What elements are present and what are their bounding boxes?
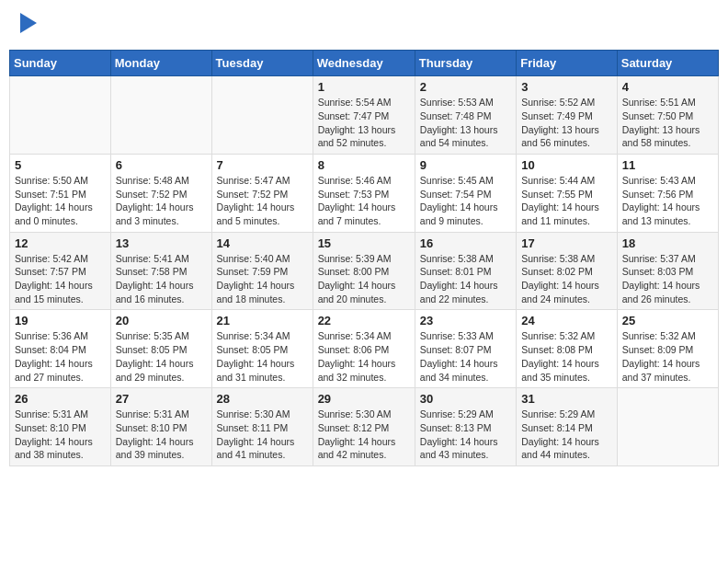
day-number: 23 xyxy=(420,314,511,327)
day-number: 14 xyxy=(217,236,308,250)
day-number: 27 xyxy=(116,392,207,406)
calendar-week-row: 19Sunrise: 5:36 AM Sunset: 8:04 PM Dayli… xyxy=(10,310,719,388)
calendar-cell: 27Sunrise: 5:31 AM Sunset: 8:10 PM Dayli… xyxy=(110,388,211,466)
calendar-cell: 3Sunrise: 5:52 AM Sunset: 7:49 PM Daylig… xyxy=(517,76,618,155)
calendar-cell: 7Sunrise: 5:47 AM Sunset: 7:52 PM Daylig… xyxy=(211,154,313,232)
day-info: Sunrise: 5:51 AM Sunset: 7:50 PM Dayligh… xyxy=(622,96,713,150)
calendar-cell: 11Sunrise: 5:43 AM Sunset: 7:56 PM Dayli… xyxy=(617,154,718,232)
day-number: 25 xyxy=(622,314,713,327)
weekday-header: Friday xyxy=(517,51,618,76)
calendar-cell: 16Sunrise: 5:38 AM Sunset: 8:01 PM Dayli… xyxy=(415,232,516,310)
calendar-cell: 18Sunrise: 5:37 AM Sunset: 8:03 PM Dayli… xyxy=(617,232,718,310)
calendar-cell xyxy=(110,76,211,155)
day-info: Sunrise: 5:35 AM Sunset: 8:05 PM Dayligh… xyxy=(116,329,207,384)
day-info: Sunrise: 5:39 AM Sunset: 8:00 PM Dayligh… xyxy=(318,252,410,306)
calendar-cell xyxy=(10,76,111,155)
day-info: Sunrise: 5:54 AM Sunset: 7:47 PM Dayligh… xyxy=(318,96,410,150)
calendar-cell: 8Sunrise: 5:46 AM Sunset: 7:53 PM Daylig… xyxy=(313,154,415,232)
day-info: Sunrise: 5:42 AM Sunset: 7:57 PM Dayligh… xyxy=(15,252,106,306)
weekday-header: Tuesday xyxy=(211,51,313,76)
day-info: Sunrise: 5:38 AM Sunset: 8:02 PM Dayligh… xyxy=(521,252,612,306)
calendar-cell: 5Sunrise: 5:50 AM Sunset: 7:51 PM Daylig… xyxy=(10,154,111,232)
day-info: Sunrise: 5:38 AM Sunset: 8:01 PM Dayligh… xyxy=(420,252,511,306)
day-number: 31 xyxy=(521,392,612,406)
weekday-header: Sunday xyxy=(10,51,111,76)
day-number: 30 xyxy=(420,392,511,406)
day-number: 4 xyxy=(622,80,713,94)
calendar-cell: 31Sunrise: 5:29 AM Sunset: 8:14 PM Dayli… xyxy=(517,388,618,466)
day-number: 22 xyxy=(318,314,410,327)
day-number: 3 xyxy=(521,80,612,94)
day-number: 15 xyxy=(318,236,410,250)
day-number: 1 xyxy=(318,80,410,94)
logo-icon xyxy=(20,13,37,33)
weekday-header: Saturday xyxy=(617,51,718,76)
svg-marker-0 xyxy=(20,13,37,33)
day-info: Sunrise: 5:34 AM Sunset: 8:06 PM Dayligh… xyxy=(318,329,410,384)
calendar-cell: 20Sunrise: 5:35 AM Sunset: 8:05 PM Dayli… xyxy=(110,310,211,388)
calendar-cell: 26Sunrise: 5:31 AM Sunset: 8:10 PM Dayli… xyxy=(10,388,111,466)
calendar-cell xyxy=(617,388,718,466)
day-info: Sunrise: 5:44 AM Sunset: 7:55 PM Dayligh… xyxy=(521,174,612,228)
calendar-cell: 9Sunrise: 5:45 AM Sunset: 7:54 PM Daylig… xyxy=(415,154,516,232)
calendar-cell: 21Sunrise: 5:34 AM Sunset: 8:05 PM Dayli… xyxy=(211,310,313,388)
day-info: Sunrise: 5:43 AM Sunset: 7:56 PM Dayligh… xyxy=(622,174,713,228)
day-info: Sunrise: 5:31 AM Sunset: 8:10 PM Dayligh… xyxy=(15,408,106,462)
calendar-cell: 12Sunrise: 5:42 AM Sunset: 7:57 PM Dayli… xyxy=(10,232,111,310)
day-info: Sunrise: 5:32 AM Sunset: 8:09 PM Dayligh… xyxy=(622,329,713,384)
calendar-week-row: 5Sunrise: 5:50 AM Sunset: 7:51 PM Daylig… xyxy=(10,154,719,232)
calendar-cell: 10Sunrise: 5:44 AM Sunset: 7:55 PM Dayli… xyxy=(517,154,618,232)
calendar-cell: 29Sunrise: 5:30 AM Sunset: 8:12 PM Dayli… xyxy=(313,388,415,466)
weekday-header: Thursday xyxy=(415,51,516,76)
day-number: 5 xyxy=(15,158,106,172)
day-info: Sunrise: 5:31 AM Sunset: 8:10 PM Dayligh… xyxy=(116,408,207,462)
calendar-cell: 2Sunrise: 5:53 AM Sunset: 7:48 PM Daylig… xyxy=(415,76,516,155)
day-number: 19 xyxy=(15,314,106,327)
calendar-cell: 1Sunrise: 5:54 AM Sunset: 7:47 PM Daylig… xyxy=(313,76,415,155)
day-info: Sunrise: 5:30 AM Sunset: 8:12 PM Dayligh… xyxy=(318,408,410,462)
calendar-header-row: SundayMondayTuesdayWednesdayThursdayFrid… xyxy=(10,51,719,76)
calendar-cell: 15Sunrise: 5:39 AM Sunset: 8:00 PM Dayli… xyxy=(313,232,415,310)
calendar-cell: 17Sunrise: 5:38 AM Sunset: 8:02 PM Dayli… xyxy=(517,232,618,310)
day-number: 10 xyxy=(521,158,612,172)
day-number: 21 xyxy=(217,314,308,327)
calendar-cell: 24Sunrise: 5:32 AM Sunset: 8:08 PM Dayli… xyxy=(517,310,618,388)
day-info: Sunrise: 5:48 AM Sunset: 7:52 PM Dayligh… xyxy=(116,174,207,228)
calendar-cell: 23Sunrise: 5:33 AM Sunset: 8:07 PM Dayli… xyxy=(415,310,516,388)
day-number: 6 xyxy=(116,158,207,172)
calendar-cell: 13Sunrise: 5:41 AM Sunset: 7:58 PM Dayli… xyxy=(110,232,211,310)
day-info: Sunrise: 5:33 AM Sunset: 8:07 PM Dayligh… xyxy=(420,329,511,384)
day-info: Sunrise: 5:41 AM Sunset: 7:58 PM Dayligh… xyxy=(116,252,207,306)
day-number: 24 xyxy=(521,314,612,327)
day-number: 20 xyxy=(116,314,207,327)
day-info: Sunrise: 5:32 AM Sunset: 8:08 PM Dayligh… xyxy=(521,329,612,384)
day-info: Sunrise: 5:52 AM Sunset: 7:49 PM Dayligh… xyxy=(521,96,612,150)
day-info: Sunrise: 5:37 AM Sunset: 8:03 PM Dayligh… xyxy=(622,252,713,306)
weekday-header: Wednesday xyxy=(313,51,415,76)
day-info: Sunrise: 5:40 AM Sunset: 7:59 PM Dayligh… xyxy=(217,252,308,306)
day-number: 29 xyxy=(318,392,410,406)
day-info: Sunrise: 5:53 AM Sunset: 7:48 PM Dayligh… xyxy=(420,96,511,150)
day-info: Sunrise: 5:29 AM Sunset: 8:14 PM Dayligh… xyxy=(521,408,612,462)
calendar-cell: 28Sunrise: 5:30 AM Sunset: 8:11 PM Dayli… xyxy=(211,388,313,466)
calendar-cell: 25Sunrise: 5:32 AM Sunset: 8:09 PM Dayli… xyxy=(617,310,718,388)
calendar-table: SundayMondayTuesdayWednesdayThursdayFrid… xyxy=(9,50,719,466)
day-info: Sunrise: 5:47 AM Sunset: 7:52 PM Dayligh… xyxy=(217,174,308,228)
day-number: 26 xyxy=(15,392,106,406)
day-info: Sunrise: 5:50 AM Sunset: 7:51 PM Dayligh… xyxy=(15,174,106,228)
day-info: Sunrise: 5:46 AM Sunset: 7:53 PM Dayligh… xyxy=(318,174,410,228)
calendar-week-row: 26Sunrise: 5:31 AM Sunset: 8:10 PM Dayli… xyxy=(10,388,719,466)
day-number: 28 xyxy=(217,392,308,406)
calendar-week-row: 12Sunrise: 5:42 AM Sunset: 7:57 PM Dayli… xyxy=(10,232,719,310)
day-info: Sunrise: 5:30 AM Sunset: 8:11 PM Dayligh… xyxy=(217,408,308,462)
day-number: 17 xyxy=(521,236,612,250)
calendar-week-row: 1Sunrise: 5:54 AM Sunset: 7:47 PM Daylig… xyxy=(10,76,719,155)
calendar-cell: 30Sunrise: 5:29 AM Sunset: 8:13 PM Dayli… xyxy=(415,388,516,466)
day-number: 12 xyxy=(15,236,106,250)
logo xyxy=(18,14,37,36)
weekday-header: Monday xyxy=(110,51,211,76)
day-number: 8 xyxy=(318,158,410,172)
day-number: 13 xyxy=(116,236,207,250)
calendar-cell: 4Sunrise: 5:51 AM Sunset: 7:50 PM Daylig… xyxy=(617,76,718,155)
day-info: Sunrise: 5:29 AM Sunset: 8:13 PM Dayligh… xyxy=(420,408,511,462)
